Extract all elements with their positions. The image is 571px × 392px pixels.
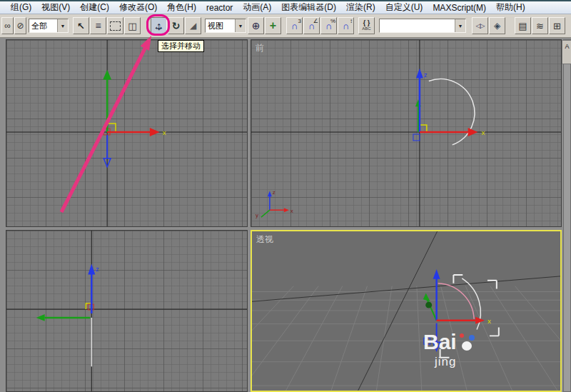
select-and-manipulate-button[interactable] — [265, 17, 281, 34]
select-object-button[interactable] — [73, 17, 89, 34]
left-viewport-gizmo: z — [6, 231, 247, 391]
viewport-area: x 前 z x z x y — [0, 38, 571, 392]
schematic-view-button[interactable] — [549, 17, 565, 34]
menu-item-11[interactable]: MAXScript(M) — [428, 3, 491, 13]
named-selection-sets-button[interactable] — [358, 17, 375, 34]
select-by-name-button[interactable] — [90, 17, 106, 34]
chevron-down-icon[interactable]: ▼ — [455, 19, 465, 32]
menu-item-8[interactable]: 图表编辑器(D) — [276, 1, 341, 14]
selection-filter-dropdown[interactable]: 全部▼ — [29, 19, 69, 33]
named-selection-dropdown[interactable]: ▼ — [379, 19, 466, 33]
viewport-left[interactable]: z — [6, 230, 248, 392]
svg-text:x: x — [487, 317, 491, 325]
menu-item-12[interactable]: 帮助(H) — [491, 1, 530, 14]
menu-item-10[interactable]: 自定义(U) — [380, 1, 428, 14]
svg-text:y: y — [256, 212, 258, 218]
viewport-perspective-label: 透视 — [256, 233, 273, 246]
viewport-front-label: 前 — [256, 42, 264, 54]
mirror-button[interactable] — [472, 17, 488, 34]
watermark-text-2: jing — [435, 355, 475, 369]
menu-item-7[interactable]: 动画(A) — [238, 1, 276, 14]
top-viewport-gizmo: x — [6, 40, 247, 226]
align-button[interactable] — [489, 17, 505, 34]
menu-bar: 组(G)视图(V)创建(C)修改器(O)角色(H)reactor动画(A)图表编… — [0, 1, 571, 14]
unlink-selection-button[interactable] — [14, 17, 26, 34]
chevron-down-icon[interactable]: ▼ — [235, 19, 246, 32]
command-panel-strip[interactable]: A — [563, 39, 571, 392]
select-and-link-button[interactable] — [1, 17, 14, 34]
snap-toggle-button[interactable] — [286, 17, 303, 34]
spinner-snap-button[interactable] — [338, 17, 354, 34]
menu-item-4[interactable]: 修改器(O) — [114, 1, 162, 14]
svg-text:x: x — [482, 129, 485, 136]
angle-snap-button[interactable] — [303, 17, 320, 34]
highlight-ring — [146, 14, 170, 36]
svg-text:x: x — [163, 129, 166, 136]
menu-item-9[interactable]: 渲染(R) — [341, 1, 380, 14]
watermark-text-1: Bai — [423, 331, 457, 353]
viewport-top[interactable]: x — [6, 39, 248, 227]
select-and-rotate-button[interactable] — [168, 17, 184, 34]
perspective-viewport-gizmo: x — [252, 231, 560, 391]
viewport-front[interactable]: 前 z x z x y — [251, 39, 562, 227]
baidu-paw-icon — [459, 333, 475, 351]
reference-coordinate-dropdown-value: 视图 — [206, 19, 235, 32]
menu-item-5[interactable]: 角色(H) — [162, 1, 201, 14]
tooltip: 选择并移动 — [158, 40, 204, 52]
main-toolbar: 全部▼选择并移动视图▼▼ — [0, 14, 571, 38]
menu-item-3[interactable]: 创建(C) — [75, 1, 114, 14]
baidu-watermark: Bai jing — [423, 331, 475, 369]
menu-item-1[interactable]: 组(G) — [6, 1, 36, 14]
chevron-down-icon[interactable]: ▼ — [57, 19, 68, 32]
menu-item-2[interactable]: 视图(V) — [36, 1, 75, 14]
select-and-scale-button[interactable] — [185, 17, 201, 34]
menu-item-6[interactable]: reactor — [201, 3, 238, 13]
front-viewport-gizmo: z x z x y — [251, 40, 561, 226]
command-panel-tab[interactable]: A — [562, 40, 571, 64]
svg-text:z: z — [273, 189, 276, 196]
svg-text:z: z — [424, 71, 428, 79]
layer-manager-button[interactable] — [515, 17, 531, 34]
viewport-perspective[interactable]: 透视 — [251, 230, 562, 392]
selection-filter-dropdown-value: 全部 — [29, 19, 57, 32]
window-crossing-button[interactable] — [124, 17, 141, 34]
percent-snap-button[interactable] — [320, 17, 337, 34]
named-selection-dropdown-value — [380, 19, 455, 32]
select-and-move-button[interactable]: 选择并移动 — [151, 17, 167, 34]
reference-coordinate-dropdown[interactable]: 视图▼ — [205, 19, 246, 33]
svg-text:z: z — [96, 266, 99, 273]
rectangular-selection-button[interactable] — [107, 17, 123, 34]
use-center-button[interactable] — [248, 17, 264, 34]
svg-text:x: x — [290, 208, 293, 214]
curve-editor-button[interactable] — [532, 17, 548, 34]
